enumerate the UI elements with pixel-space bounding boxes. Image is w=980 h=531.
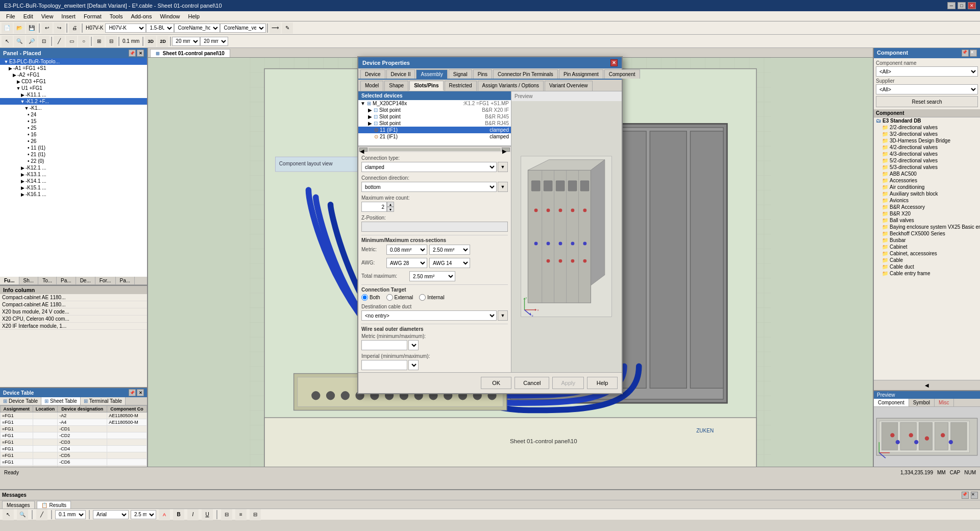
table-row[interactable]: =FG1-CD3 [1,439,147,446]
redo-btn[interactable]: ↪ [54,22,65,34]
table-row[interactable]: =FG1-CD7 [1,466,147,467]
table-row[interactable]: =FG1-CD5 [1,452,147,459]
comp-beckhoff[interactable]: 📁 Beckhoff CX5000 Series [874,230,980,237]
sub-tab-for[interactable]: For... [95,277,116,284]
sub-tab-pa2[interactable]: Pa... [116,277,135,284]
dialog-sub-tab-shape[interactable]: Shape [384,81,408,91]
cancel-button[interactable]: Cancel [514,377,549,389]
core-name-hori-select[interactable]: CoreName_hori [174,23,220,33]
core-name-vert-select[interactable]: CoreName_vert [220,23,266,33]
table-row[interactable]: =FG1-CD4 [1,446,147,452]
tree-item-k121[interactable]: ▶ -K12.1 ... [0,164,147,171]
dev-tree-slot-3[interactable]: ▶ ⊡ Slot point B&R RJ45 [358,120,511,127]
comp-busbar[interactable]: 📁 Busbar [874,237,980,244]
grid-btn[interactable]: ⊟ [106,36,117,47]
component-close-btn[interactable]: ✕ [970,50,977,57]
awg-max-select[interactable]: AWG 14 [429,258,470,268]
tree-pin-22[interactable]: • 22 (0) [0,158,147,164]
close-button[interactable]: ✕ [968,2,976,9]
zoom-fit-btn[interactable]: ⊡ [38,36,50,47]
radio-external[interactable] [386,294,393,301]
scrollbar-btn-left[interactable]: ◀ [359,148,368,152]
dev-tree-pin-11[interactable]: ⊙ 11 (IF1) clamped [358,127,511,133]
dialog-tab-device[interactable]: Device [360,69,385,79]
dev-tree-pin-21[interactable]: ⊙ 21 (IF1) clamped [358,133,511,140]
tab-sheet-table[interactable]: ⊞ Sheet Table [41,397,81,405]
menu-item-edit[interactable]: Edit [19,12,37,20]
dialog-sub-tab-restricted[interactable]: Restricted [445,81,477,91]
dialog-tab-device2[interactable]: Device II [386,69,415,79]
print-btn[interactable]: 🖨 [69,22,80,34]
reset-search-button[interactable]: Reset search [876,96,978,107]
dev-tree-m-x20[interactable]: ▼ ⊞ M_X20CP148x :K1.2 =FG1 +S1.MP [358,100,511,107]
dt-pin-btn[interactable]: 📌 [129,389,136,396]
comp-53-dir[interactable]: 📁 5/3-directional valves [874,164,980,171]
table-row[interactable]: =FG1-CD2 [1,432,147,439]
messages-close-btn[interactable]: ✕ [971,492,978,499]
spin-down-btn[interactable]: ▼ [387,207,394,212]
comp-32-dir[interactable]: 📁 3/2-directional valves [874,131,980,137]
supplier-select[interactable]: <All> [876,84,978,94]
total-max-select[interactable]: 2.50 mm² [409,271,455,281]
sub-tab-to[interactable]: To... [38,277,57,284]
bt-align-left[interactable]: ⊟ [221,509,232,520]
comp-22-dir[interactable]: 📁 2/2-directional valves [874,124,980,131]
preview-tab-component[interactable]: Component [874,399,909,406]
menu-item-tools[interactable]: Tools [106,12,127,20]
comp-42-dir[interactable]: 📁 4/2-directional valves [874,144,980,151]
menu-item-window[interactable]: Window [156,12,184,20]
sub-tab-pa[interactable]: Pa... [57,277,76,284]
dialog-tab-pins[interactable]: Pins [473,69,492,79]
comp-3d-harness[interactable]: 📁 3D-Harness Design Bridge [874,137,980,144]
comp-abb-ac500[interactable]: 📁 ABB AC500 [874,171,980,177]
tree-item-a1[interactable]: ▶ -A1 =FG1 +S1 [0,65,147,71]
bt-font-size[interactable]: 2.5 mm [131,510,156,519]
menu-item-format[interactable]: Format [80,12,106,20]
bt-draw[interactable]: ╱ [36,509,47,520]
tree-item-cd3[interactable]: ▶ CD3 +FG1 [0,78,147,85]
tree-item-k161[interactable]: ▶ -K16.1 ... [0,191,147,198]
component-pin-btn[interactable]: 📌 [962,50,969,57]
dialog-tab-signal[interactable]: Signal [449,69,472,79]
dialog-tab-component[interactable]: Component [604,69,640,79]
open-btn[interactable]: 📂 [14,22,25,34]
comp-cable-entry[interactable]: 📁 Cable entry frame [874,270,980,277]
imperial-minmax-min[interactable] [361,360,407,370]
tree-item-u1[interactable]: ▼ U1 +FG1 [0,85,147,91]
devices-tree-scrollbar[interactable]: ◀ ▶ [358,146,511,152]
tree-pin-21[interactable]: • 21 (I1) [0,151,147,158]
dev-tree-slot-1[interactable]: ▶ ⊡ Slot point B&R X20 IF [358,107,511,113]
scrollbar-btn-right[interactable]: ▶ [502,148,510,152]
comp-43-dir[interactable]: 📁 4/3-directional valves [874,151,980,157]
sub-tab-fu[interactable]: Fu... [0,277,19,284]
imperial-minmax-select[interactable]: ▼ [408,360,419,370]
drawing-tab-active[interactable]: ⊞ Sheet 01-control panel\10 [150,49,230,57]
connection-direction-dropdown[interactable]: ▼ [498,182,508,192]
dialog-sub-tab-slots[interactable]: Slots/Pins [409,81,443,91]
spin-up-btn[interactable]: ▲ [387,202,394,207]
dialog-sub-tab-variant-overview[interactable]: Variant Overview [545,81,592,91]
panel-pin-btn[interactable]: 📌 [129,50,136,57]
radio-external-label[interactable]: External [386,294,413,301]
scrollbar-track[interactable] [369,148,501,151]
edit-btn[interactable]: ✎ [282,22,293,34]
comp-air-cond[interactable]: 📁 Air conditioning [874,184,980,190]
bt-zoom[interactable]: 🔍 [17,509,28,520]
maximize-button[interactable]: □ [958,2,966,9]
dest-cable-select[interactable]: <no entry> [361,310,497,321]
menu-item-help[interactable]: Help [184,12,204,20]
metric-minmax-select[interactable]: ▼ [408,340,419,350]
metric-min-select[interactable]: 0.08 mm² [386,245,427,255]
metric-minmax-min[interactable] [361,340,407,350]
new-btn[interactable]: 📄 [2,22,13,34]
radio-internal-label[interactable]: Internal [419,294,444,301]
tree-pin-15[interactable]: • 15 [0,118,147,125]
help-button[interactable]: Help [587,377,618,389]
bt-align-center[interactable]: ≡ [235,509,247,520]
dialog-tab-assembly[interactable]: Assembly [416,69,447,79]
tree-pin-26[interactable]: • 26 [0,138,147,144]
panel-collapse-btn[interactable]: ◀ [874,380,980,390]
connection-type-select[interactable]: clamped [361,162,497,172]
awg-min-select[interactable]: AWG 28 [386,258,427,268]
dialog-tab-connector[interactable]: Connector Pin Terminals [493,69,558,79]
